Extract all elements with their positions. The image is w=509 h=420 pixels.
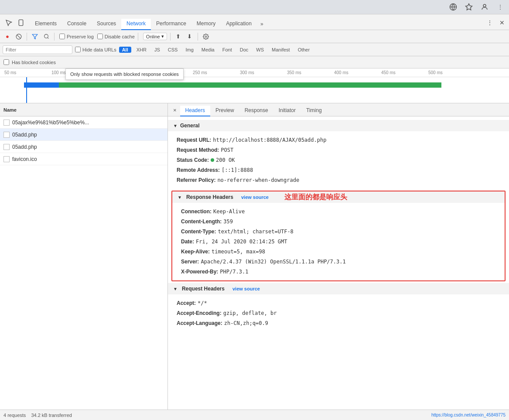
req-header-row-2: Accept-Language: zh-CN,zh;q=0.9 bbox=[177, 319, 500, 327]
tab-console[interactable]: Console bbox=[62, 19, 92, 30]
request-headers-triangle: ▼ bbox=[173, 287, 178, 291]
tab-bar-end-icons: ⋮ ✕ bbox=[485, 17, 509, 30]
inspect-element-icon[interactable] bbox=[3, 17, 14, 28]
req-key-1: Accept-Encoding: bbox=[177, 309, 222, 317]
preserve-log-checkbox[interactable] bbox=[59, 34, 65, 39]
svg-line-9 bbox=[48, 38, 48, 38]
record-button[interactable]: ● bbox=[3, 32, 12, 41]
resp-val-2: text/html; charset=UTF-8 bbox=[218, 228, 293, 236]
disable-cache-checkbox[interactable] bbox=[97, 34, 103, 39]
resp-key-2: Content-Type: bbox=[181, 228, 216, 236]
file-item-3[interactable]: favicon.ico bbox=[0, 153, 167, 165]
svg-marker-1 bbox=[466, 4, 472, 10]
response-header-row-0: Connection: Keep-Alive bbox=[181, 208, 496, 215]
headers-tabs: × Headers Preview Response Initiator Tim… bbox=[168, 103, 509, 116]
filter-doc-btn[interactable]: Doc bbox=[237, 47, 251, 53]
blocked-cookies-checkbox[interactable] bbox=[3, 59, 9, 65]
response-headers-triangle: ▼ bbox=[178, 195, 182, 200]
req-header-row-0: Accept: */* bbox=[177, 299, 500, 307]
filter-media-btn[interactable]: Media bbox=[199, 47, 217, 53]
response-header-row-2: Content-Type: text/html; charset=UTF-8 bbox=[181, 228, 496, 236]
svg-point-2 bbox=[483, 4, 486, 7]
response-header-row-6: X-Powered-By: PHP/7.3.1 bbox=[181, 268, 496, 276]
status-bar: 4 requests 34.2 kB transferred https://b… bbox=[0, 410, 509, 420]
response-headers-view-source[interactable]: view source bbox=[241, 195, 269, 200]
headers-content: ▼ General Request URL: http://localhost:… bbox=[168, 116, 509, 410]
filter-icon[interactable] bbox=[30, 32, 40, 41]
response-headers-section-header[interactable]: ▼ Response Headers view source 这里面的都是响应头 bbox=[172, 191, 505, 203]
more-tabs-button[interactable]: » bbox=[257, 19, 267, 30]
svg-line-6 bbox=[17, 34, 20, 38]
preserve-log-group: Preserve log bbox=[59, 34, 94, 39]
file-icon-3 bbox=[3, 156, 10, 162]
hide-data-urls-checkbox[interactable] bbox=[75, 47, 81, 52]
headers-tab-preview[interactable]: Preview bbox=[210, 106, 239, 116]
resp-key-0: Connection: bbox=[181, 208, 212, 215]
resp-key-3: Date: bbox=[181, 238, 194, 246]
file-icon-2 bbox=[3, 144, 10, 150]
search-icon[interactable] bbox=[41, 32, 51, 41]
svg-rect-3 bbox=[19, 20, 23, 25]
tab-bar-left-icons bbox=[3, 17, 26, 30]
headers-tab-headers[interactable]: Headers bbox=[180, 106, 210, 116]
more-vertical-icon[interactable]: ⋮ bbox=[496, 3, 505, 11]
svg-point-10 bbox=[205, 36, 207, 38]
filter-input[interactable] bbox=[3, 45, 72, 54]
tab-performance[interactable]: Performance bbox=[151, 19, 191, 30]
headers-tab-initiator[interactable]: Initiator bbox=[273, 106, 301, 116]
timeline-cursor-line bbox=[26, 77, 27, 103]
translate-icon[interactable] bbox=[449, 3, 458, 11]
timeline-bar-blue bbox=[24, 82, 59, 88]
svg-point-8 bbox=[44, 34, 48, 38]
request-method-key: Request Method: bbox=[177, 146, 219, 154]
throttle-select[interactable]: Online ▾ bbox=[143, 33, 167, 40]
headers-tab-timing[interactable]: Timing bbox=[301, 106, 327, 116]
filter-font-btn[interactable]: Font bbox=[220, 47, 235, 53]
devtools-more-icon[interactable]: ⋮ bbox=[485, 17, 495, 28]
tab-elements[interactable]: Elements bbox=[30, 19, 62, 30]
online-label: Online bbox=[146, 34, 160, 39]
headers-close-tab[interactable]: × bbox=[170, 105, 180, 116]
general-section: ▼ General Request URL: http://localhost:… bbox=[168, 120, 509, 189]
blocked-cookies-tooltip: Only show requests with blocked response… bbox=[65, 68, 184, 80]
device-toolbar-icon[interactable] bbox=[16, 17, 26, 28]
settings-icon[interactable] bbox=[201, 32, 211, 41]
remote-address-value: [::1]:8888 bbox=[222, 166, 253, 174]
resp-val-6: PHP/7.3.1 bbox=[220, 268, 248, 276]
filter-js-btn[interactable]: JS bbox=[152, 47, 163, 53]
separator-3 bbox=[138, 33, 138, 41]
request-headers-view-source[interactable]: view source bbox=[232, 286, 260, 291]
filter-other-btn[interactable]: Other bbox=[295, 47, 313, 53]
blocked-cookies-label: Has blocked cookies bbox=[12, 60, 56, 65]
remote-address-row: Remote Address: [::1]:8888 bbox=[177, 166, 500, 174]
req-val-1: gzip, deflate, br bbox=[223, 309, 277, 317]
star-icon[interactable] bbox=[465, 3, 473, 11]
network-toolbar: ● Preserve log Disable cache Online ▾ ⬆ … bbox=[0, 30, 509, 43]
filter-css-btn[interactable]: CSS bbox=[165, 47, 181, 53]
tab-sources[interactable]: Sources bbox=[92, 19, 121, 30]
file-item-2[interactable]: 05add.php bbox=[0, 141, 167, 153]
account-icon[interactable] bbox=[480, 3, 489, 11]
file-item-1[interactable]: 05add.php bbox=[0, 129, 167, 141]
filter-manifest-btn[interactable]: Manifest bbox=[269, 47, 293, 53]
import-har-icon[interactable]: ⬆ bbox=[174, 32, 183, 41]
disable-cache-group: Disable cache bbox=[97, 34, 135, 39]
resp-val-3: Fri, 24 Jul 2020 02:14:25 GMT bbox=[196, 238, 287, 246]
req-header-row-1: Accept-Encoding: gzip, deflate, br bbox=[177, 309, 500, 317]
preserve-log-label: Preserve log bbox=[67, 34, 94, 39]
filter-all-btn[interactable]: All bbox=[119, 47, 131, 53]
general-section-header[interactable]: ▼ General bbox=[168, 120, 509, 131]
request-headers-section-header[interactable]: ▼ Request Headers view source bbox=[168, 283, 509, 294]
devtools-close-icon[interactable]: ✕ bbox=[497, 17, 507, 28]
tab-memory[interactable]: Memory bbox=[191, 19, 221, 30]
filter-img-btn[interactable]: Img bbox=[183, 47, 196, 53]
file-item-0[interactable]: 05ajax%e9%81%b5%e5%be%... bbox=[0, 116, 167, 129]
headers-tab-response[interactable]: Response bbox=[239, 106, 273, 116]
export-har-icon[interactable]: ⬇ bbox=[185, 32, 195, 41]
req-key-2: Accept-Language: bbox=[177, 319, 222, 327]
filter-ws-btn[interactable]: WS bbox=[253, 47, 266, 53]
clear-button[interactable] bbox=[14, 32, 24, 41]
tab-network[interactable]: Network bbox=[121, 19, 151, 30]
tab-application[interactable]: Application bbox=[221, 19, 257, 30]
filter-xhr-btn[interactable]: XHR bbox=[134, 47, 149, 53]
